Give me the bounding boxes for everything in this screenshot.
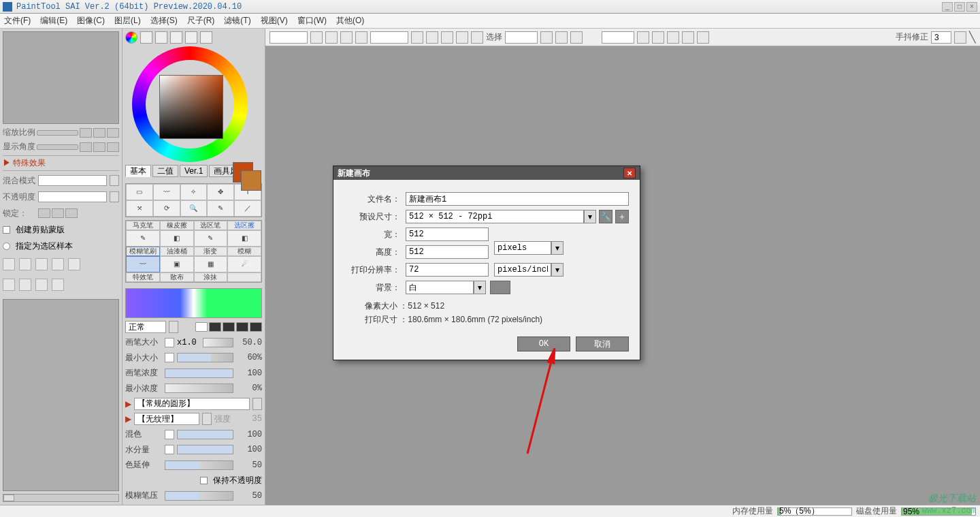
blend-mode-select[interactable] [38, 175, 107, 186]
select2-plus-icon[interactable] [667, 31, 679, 44]
dpi-unit-select[interactable] [494, 263, 551, 277]
minsize-pressure-icon[interactable] [165, 353, 174, 362]
undo-icon[interactable] [682, 31, 694, 44]
close-button[interactable]: × [966, 2, 977, 12]
zoom-in-button[interactable] [93, 128, 105, 138]
color-wheel-icon[interactable] [125, 31, 137, 44]
clear-layer-icon[interactable] [52, 279, 64, 291]
size-pressure-icon[interactable] [165, 338, 174, 347]
swatch-icon[interactable] [170, 31, 182, 44]
tip-custom-icon[interactable] [250, 322, 262, 332]
clip-icon[interactable] [68, 258, 80, 270]
mask-icon[interactable] [52, 258, 64, 270]
zoom-out-icon[interactable] [325, 31, 338, 44]
tab-basic[interactable]: 基本 [125, 165, 151, 177]
density-slider[interactable] [165, 369, 233, 378]
brush-blur-icon[interactable]: 〰 [126, 256, 160, 272]
menu-layer[interactable]: 图层(L) [114, 15, 141, 27]
redo-icon[interactable] [697, 31, 709, 44]
lock-all-icon[interactable] [65, 208, 78, 218]
mix-pressure-icon[interactable] [165, 430, 174, 439]
color-wheel[interactable] [125, 46, 255, 162]
brush-blur[interactable]: 模糊笔刷 [126, 247, 160, 256]
bg-dropdown-button[interactable]: ▾ [474, 281, 486, 294]
unit-dropdown-button[interactable]: ▾ [551, 241, 564, 255]
tab-ver1[interactable]: Ver.1 [180, 165, 208, 177]
dialog-close-button[interactable]: ✕ [623, 168, 636, 178]
ok-button[interactable]: OK [517, 336, 570, 351]
menu-select[interactable]: 选择(S) [150, 15, 178, 27]
layer-scrollbar[interactable] [3, 494, 119, 502]
flip-h-icon[interactable] [471, 31, 483, 44]
angle-ccw-button[interactable] [80, 142, 92, 152]
select-box[interactable] [505, 31, 538, 44]
dialog-title-bar[interactable]: 新建画布 ✕ [333, 166, 640, 180]
history-icon[interactable] [200, 31, 212, 44]
layers-list[interactable] [3, 299, 119, 491]
opacity-field[interactable] [38, 191, 107, 202]
new-folder-icon[interactable] [19, 258, 31, 270]
keep-opacity-checkbox[interactable] [200, 477, 208, 484]
angle-reset-icon[interactable] [456, 31, 468, 44]
brush-bucket[interactable]: 油漆桶 [160, 247, 194, 256]
tip-square-icon[interactable] [223, 322, 235, 332]
brush-paint[interactable]: 涂抹 [194, 272, 228, 282]
merge-down-icon[interactable] [19, 279, 31, 291]
dpi-unit-dropdown-button[interactable]: ▾ [551, 263, 564, 277]
transfer-down-icon[interactable] [3, 279, 15, 291]
menu-window[interactable]: 窗口(W) [297, 15, 327, 27]
size-multiplier[interactable]: x1.0 [177, 338, 200, 347]
blur-pressure-slider[interactable] [165, 491, 233, 501]
zoom-box[interactable] [270, 31, 308, 44]
zoom-out-button[interactable] [80, 128, 92, 138]
background-swatch[interactable] [241, 170, 261, 191]
tip-flat-icon[interactable] [236, 322, 248, 332]
brush-shape-dropdown-button[interactable] [252, 398, 262, 410]
water-slider[interactable] [177, 445, 233, 454]
minimize-button[interactable]: _ [942, 2, 953, 12]
dpi-input[interactable] [406, 263, 489, 277]
min-size-slider[interactable] [177, 353, 233, 362]
preset-add-icon[interactable]: ＋ [615, 210, 629, 223]
angle-slider[interactable] [37, 144, 78, 150]
select-dd-icon[interactable] [540, 31, 553, 44]
menu-ruler[interactable]: 尺子(R) [187, 15, 215, 27]
new-linework-icon[interactable] [35, 258, 48, 270]
scratchpad-strip[interactable] [125, 288, 262, 319]
selection-source-radio[interactable] [3, 242, 10, 250]
menu-file[interactable]: 文件(F) [4, 15, 31, 27]
zoom-dropdown-icon[interactable] [310, 31, 323, 44]
new-layer-icon[interactable] [3, 258, 15, 270]
color-mixer-icon[interactable] [155, 31, 167, 44]
water-pressure-icon[interactable] [165, 445, 174, 454]
stabilizer-value[interactable]: 3 [931, 31, 951, 44]
select2-minus-icon[interactable] [652, 31, 664, 44]
brush-gradient[interactable]: 渐变 [194, 247, 228, 256]
color-slider-icon[interactable] [140, 31, 152, 44]
blend-mode-dropdown-button[interactable] [110, 175, 119, 186]
menu-image[interactable]: 图像(C) [77, 15, 105, 27]
width-input[interactable] [406, 228, 489, 241]
preset-dropdown-button[interactable]: ▾ [584, 210, 596, 223]
zoom-fit-icon[interactable] [355, 31, 368, 44]
angle-reset-button[interactable] [107, 142, 119, 152]
brush-seleraser-icon[interactable]: ◧ [227, 230, 261, 247]
mix-slider[interactable] [177, 430, 233, 439]
preset-select[interactable] [406, 210, 584, 223]
menu-filter[interactable]: 滤镜(T) [224, 15, 250, 27]
zoom-reset-button[interactable] [107, 128, 119, 138]
brush-selpen-icon[interactable]: ✎ [194, 230, 228, 247]
min-density-slider[interactable] [165, 383, 233, 393]
filename-input[interactable] [406, 192, 629, 206]
brush-texture-dropdown-button[interactable] [202, 413, 212, 425]
navigator-preview[interactable] [3, 31, 119, 124]
height-input[interactable] [406, 245, 489, 259]
tab-binary[interactable]: 二值 [152, 165, 178, 177]
scratchpad-icon[interactable] [185, 31, 197, 44]
effects-header[interactable]: ▶ 特殊效果 [3, 155, 119, 171]
brush-eraser[interactable]: 橡皮擦 [160, 221, 194, 230]
angle-ccw-icon[interactable] [426, 31, 438, 44]
brush-effect[interactable]: 特效笔 [126, 272, 160, 282]
brush-seleraser[interactable]: 选区擦 [227, 221, 261, 230]
select2-dd-icon[interactable] [637, 31, 649, 44]
